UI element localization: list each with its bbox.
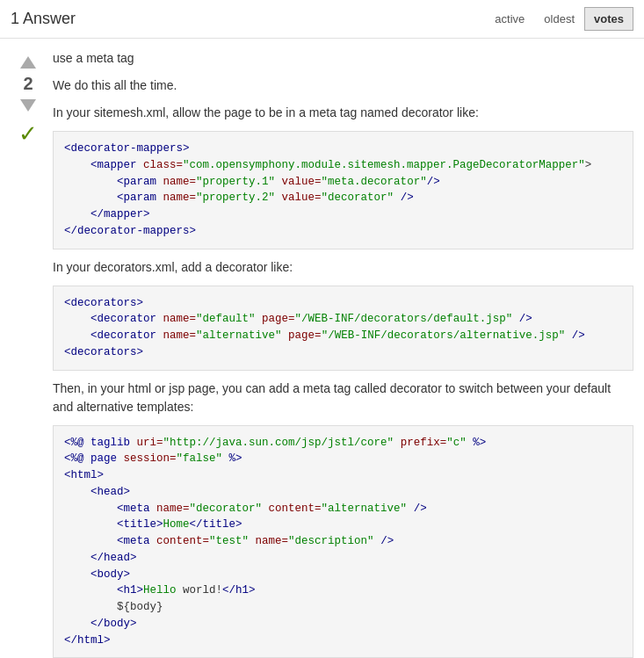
code-content-sitemesh: <decorator-mappers> <mapper class="com.o… (54, 132, 633, 249)
code-block-decorators: <decorators> <decorator name="default" p… (53, 286, 633, 371)
svg-marker-1 (20, 99, 36, 112)
accepted-checkmark: ✓ (18, 122, 38, 145)
p1-text: We do this all the time. (53, 76, 633, 95)
vote-count: 2 (23, 74, 33, 94)
code-block-jsp: <%@ taglib uri="http://java.sun.com/jsp/… (53, 425, 633, 659)
tab-votes[interactable]: votes (584, 7, 633, 31)
vote-down-button[interactable] (16, 96, 40, 115)
p4-text: Then, in your html or jsp page, you can … (53, 380, 633, 416)
vote-up-button[interactable] (16, 53, 40, 72)
answer-content: use a meta tag We do this all the time. … (49, 49, 633, 658)
tab-active[interactable]: active (485, 7, 534, 31)
p3-text: In your decorators.xml, add a decorator … (53, 258, 633, 277)
page-header: 1 Answer active oldest votes (0, 0, 644, 39)
p2-text: In your sitemesh.xml, allow the page to … (53, 104, 633, 122)
page-title: 1 Answer (11, 10, 76, 28)
sort-tabs: active oldest votes (485, 7, 633, 31)
svg-marker-0 (20, 56, 36, 69)
vote-column: 2 ✓ (7, 49, 49, 658)
answer-container: 2 ✓ use a meta tag We do this all the ti… (0, 39, 644, 658)
intro-text: use a meta tag (53, 49, 633, 68)
tab-oldest[interactable]: oldest (534, 7, 584, 31)
code-block-sitemesh: <decorator-mappers> <mapper class="com.o… (53, 131, 633, 249)
